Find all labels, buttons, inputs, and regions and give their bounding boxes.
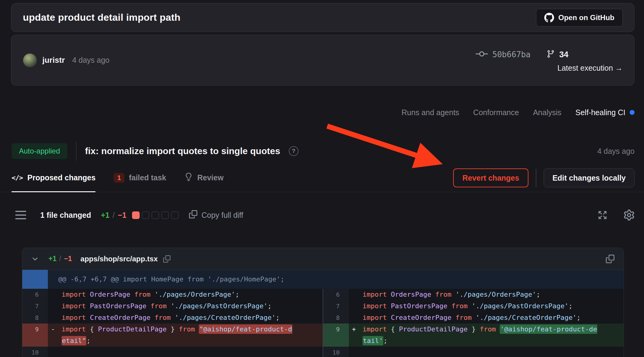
tab-proposed-changes[interactable]: </> Proposed changes	[12, 168, 95, 192]
file-diffstat: +1 / −1	[48, 255, 72, 263]
diff-line: 10	[22, 347, 323, 357]
diff-line: 6import OrdersPage from './pages/OrdersP…	[323, 289, 624, 300]
diff-line: 8import CreateOrderPage from './pages/Cr…	[22, 312, 323, 323]
line-number: 10	[323, 347, 349, 357]
nav-item-analysis[interactable]: Analysis	[533, 108, 561, 117]
diff-toolbar: 1 file changed +1 / −1 Copy full diff	[15, 207, 635, 224]
copy-full-diff-button[interactable]: Copy full diff	[189, 210, 243, 220]
line-number: 8	[22, 312, 48, 323]
code-icon: </>	[12, 174, 23, 182]
diff-pane-old: 6import OrdersPage from './pages/OrdersP…	[22, 289, 323, 357]
diff-card: +1 / −1 apps/shop/src/app.tsx @@ -6,7 +6…	[22, 248, 624, 357]
diffstat-text: +1 / −1	[101, 211, 127, 220]
git-branch-icon	[546, 50, 555, 59]
copy-path-icon[interactable]	[163, 255, 170, 263]
diff-line: 9+import { ProductDetailPage } from '@ai…	[323, 323, 624, 347]
line-number: 7	[323, 300, 349, 312]
chevron-down-icon[interactable]	[31, 255, 39, 263]
open-on-github-label: Open on GitHub	[558, 13, 614, 22]
latest-execution-link[interactable]: Latest execution →	[557, 64, 623, 72]
line-number: 7	[22, 300, 48, 312]
diff-line: 10	[323, 347, 624, 357]
tab-label: Proposed changes	[27, 173, 96, 182]
gear-icon[interactable]	[624, 210, 635, 221]
tabs-row: </> Proposed changes 1 failed task Revie…	[0, 168, 644, 192]
line-number: 9	[22, 323, 48, 347]
hunk-header-text: @@ -6,7 +6,7 @@ import HomePage from './…	[48, 270, 284, 289]
file-header: +1 / −1 apps/shop/src/app.tsx	[22, 248, 624, 270]
diff-line: 8import CreateOrderPage from './pages/Cr…	[323, 312, 624, 323]
lightbulb-icon	[184, 173, 193, 183]
commit-card: juristr 4 days ago 50b667ba 34 Latest ex…	[11, 35, 635, 86]
author-name: juristr	[42, 55, 65, 65]
commit-time-ago: 4 days ago	[72, 56, 109, 65]
commit-icon	[475, 50, 488, 59]
diffstat-block	[132, 211, 140, 219]
files-changed-label: 1 file changed	[40, 211, 91, 220]
auto-applied-badge: Auto-applied	[12, 143, 67, 159]
section-nav: Runs and agents Conformance Analysis Sel…	[0, 107, 635, 118]
open-on-github-button[interactable]: Open on GitHub	[536, 9, 623, 27]
diff-line: 7import PastOrdersPage from './pages/Pas…	[22, 300, 323, 312]
avatar	[23, 53, 37, 67]
line-number: 6	[22, 289, 48, 300]
file-list-menu-icon[interactable]	[15, 211, 26, 219]
diff-marker: +	[352, 323, 363, 335]
runs-count: 34	[559, 50, 568, 59]
divider	[536, 169, 536, 187]
slash: /	[113, 211, 115, 220]
diffstat-blocks	[132, 211, 179, 219]
help-icon[interactable]: ?	[289, 146, 299, 156]
file-name: apps/shop/src/app.tsx	[80, 255, 158, 263]
line-number: 8	[323, 312, 349, 323]
page-title: update product detail import path	[23, 12, 536, 23]
tab-failed-task[interactable]: 1 failed task	[114, 168, 166, 192]
fix-time-ago: 4 days ago	[597, 147, 635, 156]
failed-count-badge: 1	[114, 173, 124, 183]
edit-changes-locally-button[interactable]: Edit changes locally	[544, 168, 635, 187]
commit-author: juristr 4 days ago	[23, 53, 109, 67]
file-additions: +1	[48, 255, 56, 263]
tab-label: Review	[197, 173, 224, 182]
nav-item-conformance[interactable]: Conformance	[473, 108, 519, 117]
copy-full-diff-label: Copy full diff	[202, 211, 243, 220]
fix-title: fix: normalize import quotes to single q…	[85, 146, 280, 156]
notification-dot	[630, 110, 635, 115]
file-deletions: −1	[64, 255, 72, 263]
nav-item-label: Self-healing CI	[575, 108, 625, 117]
diff-line: 9-import { ProductDetailPage } from "@ai…	[22, 323, 323, 347]
diffstat-block	[152, 211, 159, 219]
diff-line: 7import PastOrdersPage from './pages/Pas…	[323, 300, 624, 312]
diffstat-block	[171, 211, 179, 219]
nav-item-self-healing-ci[interactable]: Self-healing CI	[575, 108, 635, 117]
copy-file-diff-icon[interactable]	[606, 255, 614, 263]
commit-sha: 50b667ba	[492, 50, 531, 59]
line-number: 10	[22, 347, 48, 357]
branch-runs: 34	[546, 48, 568, 61]
diff-pane-new: 6import OrdersPage from './pages/OrdersP…	[323, 289, 624, 357]
diffstat-block	[161, 211, 169, 219]
deletions-count: −1	[118, 211, 127, 220]
tab-review[interactable]: Review	[184, 168, 224, 192]
tab-label: failed task	[129, 173, 166, 182]
commit-sha-link[interactable]: 50b667ba	[475, 48, 531, 61]
slash: /	[59, 255, 61, 263]
fix-header: Auto-applied fix: normalize import quote…	[12, 141, 635, 161]
additions-count: +1	[101, 211, 110, 220]
github-icon	[544, 13, 554, 23]
title-card: update product detail import path Open o…	[11, 3, 635, 32]
revert-changes-button[interactable]: Revert changes	[453, 168, 528, 187]
split-diff: 6import OrdersPage from './pages/OrdersP…	[22, 289, 624, 357]
fullscreen-icon[interactable]	[597, 210, 608, 220]
divider	[76, 141, 77, 161]
nav-item-runs-and-agents[interactable]: Runs and agents	[402, 108, 459, 117]
diff-line: 6import OrdersPage from './pages/OrdersP…	[22, 289, 323, 300]
hunk-header: @@ -6,7 +6,7 @@ import HomePage from './…	[22, 270, 624, 289]
line-number: 9	[323, 323, 349, 347]
line-number: 6	[323, 289, 349, 300]
diff-marker: -	[51, 323, 62, 335]
copy-icon	[189, 210, 197, 220]
diffstat-block	[142, 211, 149, 219]
hunk-gutter-bar	[22, 270, 48, 289]
